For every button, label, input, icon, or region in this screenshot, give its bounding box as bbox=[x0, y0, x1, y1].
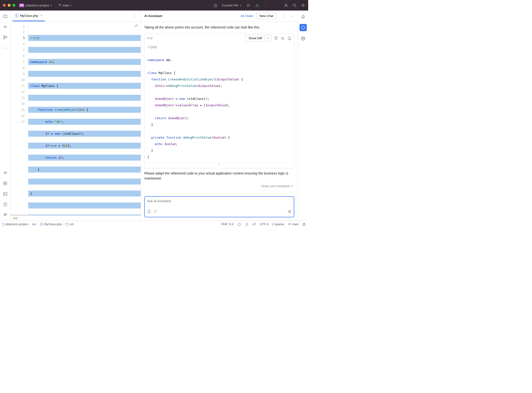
svg-point-15 bbox=[246, 224, 248, 226]
run-config-label: Current File bbox=[222, 4, 238, 7]
editor-tab[interactable]: C MyClass.php × bbox=[12, 11, 45, 21]
run-button[interactable] bbox=[246, 3, 251, 7]
create-file-icon[interactable] bbox=[287, 36, 292, 40]
more-tools-icon[interactable]: ⋯ bbox=[3, 45, 8, 50]
problems-tool-icon[interactable] bbox=[3, 202, 8, 207]
bug-actions-icon[interactable] bbox=[213, 3, 218, 7]
right-tool-stripe bbox=[298, 11, 308, 221]
lock-status-icon[interactable] bbox=[302, 223, 306, 226]
php-class-icon: C bbox=[40, 223, 43, 226]
ai-code-block: PHP Show Diff <?php namespace AA; class … bbox=[144, 33, 294, 168]
svg-point-9 bbox=[4, 182, 7, 185]
branch-icon bbox=[58, 4, 62, 7]
debug-button[interactable] bbox=[255, 3, 259, 7]
maximize-window-button[interactable] bbox=[12, 4, 15, 7]
encoding-status[interactable]: UTF-8 bbox=[260, 223, 268, 226]
project-name: phpstorm-project bbox=[26, 4, 49, 7]
run-configuration-selector[interactable]: Current File bbox=[222, 4, 242, 7]
structure-tool-icon[interactable] bbox=[3, 35, 8, 40]
titlebar: PP phpstorm-project main Current File ⋮ bbox=[0, 0, 308, 11]
ai-panel-title: AI Assistant bbox=[144, 14, 162, 18]
ai-chat-body: Taking all the above points into account… bbox=[141, 22, 298, 196]
line-number-gutter: 1 2 3 4 5 6 7 8 9 10 11 12 13 14 15 16 1… bbox=[11, 22, 28, 215]
show-diff-button[interactable]: Show Diff bbox=[246, 35, 272, 41]
svg-point-3 bbox=[293, 4, 295, 6]
module-icon bbox=[2, 223, 5, 225]
svg-rect-8 bbox=[6, 37, 7, 38]
code-editor[interactable]: <?php namespace AA; class MyClass { func… bbox=[28, 22, 141, 215]
vcs-tool-icon[interactable] bbox=[3, 213, 8, 217]
inspection-ok-icon[interactable] bbox=[134, 23, 139, 28]
svg-point-14 bbox=[302, 37, 305, 38]
minimize-window-button[interactable] bbox=[8, 4, 11, 7]
terminal-tool-icon[interactable] bbox=[3, 191, 8, 196]
ai-assistant-tool-icon[interactable] bbox=[300, 24, 307, 31]
project-badge: PP bbox=[19, 4, 24, 7]
notifications-icon[interactable] bbox=[301, 14, 306, 19]
tab-filename: MyClass.php bbox=[20, 14, 38, 17]
svg-point-2 bbox=[285, 4, 287, 5]
close-tab-button[interactable]: × bbox=[40, 14, 42, 17]
ai-status-icon[interactable] bbox=[237, 222, 241, 226]
branch-name: main bbox=[63, 4, 69, 7]
transfer-icon[interactable] bbox=[3, 170, 8, 175]
project-tool-icon[interactable] bbox=[3, 14, 8, 19]
ai-input-textarea[interactable] bbox=[147, 199, 291, 209]
namespace-icon bbox=[65, 223, 69, 226]
breadcrumb-namespace[interactable]: AA bbox=[70, 223, 74, 226]
indent-status[interactable]: 2 spaces bbox=[272, 223, 284, 226]
new-chat-button[interactable]: New Chat bbox=[256, 13, 276, 19]
code-language-badge: PHP bbox=[147, 37, 153, 40]
ai-message-intro: Taking all the above points into account… bbox=[144, 25, 294, 30]
svg-rect-12 bbox=[275, 37, 277, 40]
ai-panel-options[interactable]: ⋮ bbox=[280, 13, 288, 19]
copy-code-icon[interactable] bbox=[274, 36, 278, 40]
svg-rect-6 bbox=[4, 36, 5, 37]
insert-code-icon[interactable] bbox=[281, 36, 285, 40]
php-class-icon: C bbox=[15, 14, 19, 17]
svg-rect-16 bbox=[303, 224, 305, 225]
breadcrumb-project[interactable]: phpstorm-project bbox=[6, 223, 28, 226]
all-chats-link[interactable]: All Chats bbox=[241, 14, 253, 18]
svg-point-5 bbox=[5, 26, 6, 28]
settings-icon[interactable] bbox=[301, 3, 305, 7]
search-icon[interactable] bbox=[292, 3, 297, 7]
ai-panel-header: AI Assistant All Chats New Chat ⋮ — bbox=[141, 11, 298, 22]
breadcrumb-src[interactable]: src bbox=[32, 223, 36, 226]
close-window-button[interactable] bbox=[3, 4, 6, 7]
php-version-status[interactable]: PHP: 8.3 bbox=[221, 223, 233, 226]
git-branch-status[interactable]: main bbox=[288, 223, 299, 226]
status-bar: phpstorm-project › src › C MyClass.php ›… bbox=[0, 221, 308, 228]
minimize-panel-button[interactable]: — bbox=[291, 14, 294, 18]
commit-tool-icon[interactable] bbox=[3, 24, 8, 29]
editor-tab-bar: C MyClass.php × ⋮ bbox=[11, 11, 141, 22]
line-separator-status[interactable]: LF bbox=[253, 223, 256, 226]
project-selector[interactable]: PP phpstorm-project bbox=[19, 4, 52, 7]
code-with-me-icon[interactable] bbox=[284, 3, 288, 7]
ai-code-content[interactable]: <?php namespace AA; class MyClass { func… bbox=[145, 43, 294, 163]
breadcrumb-file[interactable]: MyClass.php bbox=[44, 223, 62, 226]
bookmark-icon[interactable] bbox=[147, 210, 151, 214]
ai-message-outro: Please adapt the refactored code to your… bbox=[144, 171, 294, 181]
svg-point-4 bbox=[302, 5, 304, 6]
expand-code-button[interactable] bbox=[145, 163, 294, 168]
listener-status-icon[interactable] bbox=[245, 222, 249, 226]
show-diff-dropdown[interactable] bbox=[265, 35, 271, 41]
editor-tab-options[interactable]: ⋮ bbox=[131, 13, 139, 19]
branch-selector[interactable]: main bbox=[57, 4, 73, 7]
left-tool-stripe: ⋯ bbox=[0, 11, 11, 221]
svg-rect-7 bbox=[4, 38, 5, 39]
namespace-crumb[interactable]: \AA bbox=[11, 215, 141, 221]
services-tool-icon[interactable] bbox=[3, 181, 8, 186]
save-prompt-icon[interactable] bbox=[153, 210, 157, 214]
window-controls bbox=[3, 4, 15, 7]
send-button[interactable] bbox=[287, 209, 291, 214]
more-actions-button[interactable]: ⋮ bbox=[264, 3, 268, 7]
ai-assistant-panel: AI Assistant All Chats New Chat ⋮ — Taki… bbox=[141, 11, 298, 221]
editor-area: C MyClass.php × ⋮ 1 2 3 4 5 6 7 8 9 10 1… bbox=[11, 11, 141, 221]
ai-input-box[interactable] bbox=[144, 196, 294, 217]
database-tool-icon[interactable] bbox=[301, 36, 306, 41]
share-feedback-link[interactable]: Share your feedback ↗ bbox=[144, 184, 294, 188]
